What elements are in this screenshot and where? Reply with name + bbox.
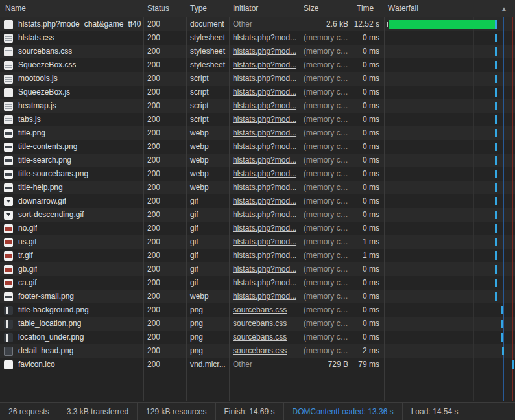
request-name[interactable]: tr.gif — [0, 249, 143, 262]
request-row[interactable]: title-sourcebans.png200webphlstats.php?m… — [0, 167, 515, 181]
request-name[interactable]: title-search.png — [0, 154, 143, 167]
waterfall-cell[interactable] — [384, 86, 515, 99]
request-initiator-link[interactable]: hlstats.php?mod... — [229, 86, 300, 99]
request-name[interactable]: detail_head.png — [0, 344, 143, 358]
waterfall-cell[interactable] — [384, 18, 515, 31]
request-row[interactable]: title-background.png200pngsourcebans.css… — [0, 303, 515, 317]
request-initiator-link[interactable]: hlstats.php?mod... — [229, 45, 300, 58]
request-initiator-link[interactable]: sourcebans.css — [229, 303, 300, 317]
request-initiator-link[interactable]: hlstats.php?mod... — [229, 222, 300, 235]
request-row[interactable]: title-search.png200webphlstats.php?mod..… — [0, 154, 515, 167]
request-row[interactable]: table_location.png200pngsourcebans.css(m… — [0, 317, 515, 331]
waterfall-cell[interactable] — [384, 331, 515, 344]
waterfall-cell[interactable] — [384, 249, 515, 262]
column-header-name[interactable]: Name — [0, 0, 143, 17]
request-initiator-link[interactable]: hlstats.php?mod... — [229, 290, 300, 303]
waterfall-cell[interactable] — [384, 358, 515, 371]
column-separator[interactable] — [300, 0, 300, 401]
request-name[interactable]: heatmap.js — [0, 99, 143, 113]
column-header-time[interactable]: Time — [353, 0, 384, 17]
waterfall-cell[interactable] — [384, 31, 515, 45]
request-name[interactable]: hlstats.php?mode=chat&game=tf40 — [0, 18, 143, 31]
request-name[interactable]: title-sourcebans.png — [0, 167, 143, 181]
request-initiator-link[interactable]: hlstats.php?mod... — [229, 208, 300, 222]
request-initiator-link[interactable]: hlstats.php?mod... — [229, 140, 300, 154]
request-name[interactable]: title-help.png — [0, 181, 143, 194]
waterfall-cell[interactable] — [384, 222, 515, 235]
column-header-waterfall[interactable]: Waterfall ▲ — [384, 0, 515, 17]
request-name[interactable]: footer-small.png — [0, 290, 143, 303]
waterfall-cell[interactable] — [384, 154, 515, 167]
request-initiator-link[interactable]: sourcebans.css — [229, 317, 300, 331]
column-separator[interactable] — [229, 0, 230, 401]
waterfall-cell[interactable] — [384, 344, 515, 358]
request-row[interactable]: SqueezeBox.js200scripthlstats.php?mod...… — [0, 86, 515, 99]
request-row[interactable]: title.png200webphlstats.php?mod...(memor… — [0, 126, 515, 140]
waterfall-cell[interactable] — [384, 58, 515, 72]
waterfall-cell[interactable] — [384, 303, 515, 317]
waterfall-cell[interactable] — [384, 276, 515, 290]
waterfall-cell[interactable] — [384, 235, 515, 249]
request-name[interactable]: title-contents.png — [0, 140, 143, 154]
request-row[interactable]: detail_head.png200pngsourcebans.css(memo… — [0, 344, 515, 358]
request-row[interactable]: heatmap.js200scripthlstats.php?mod...(me… — [0, 99, 515, 113]
request-initiator-link[interactable]: hlstats.php?mod... — [229, 113, 300, 126]
request-initiator-link[interactable]: hlstats.php?mod... — [229, 262, 300, 276]
request-row[interactable]: mootools.js200scripthlstats.php?mod...(m… — [0, 72, 515, 86]
column-header-status[interactable]: Status — [143, 0, 186, 17]
request-row[interactable]: sourcebans.css200stylesheethlstats.php?m… — [0, 45, 515, 58]
request-row[interactable]: SqueezeBox.css200stylesheethlstats.php?m… — [0, 58, 515, 72]
request-initiator-link[interactable]: hlstats.php?mod... — [229, 167, 300, 181]
waterfall-cell[interactable] — [384, 167, 515, 181]
request-initiator-link[interactable]: hlstats.php?mod... — [229, 126, 300, 140]
request-name[interactable]: title.png — [0, 126, 143, 140]
request-row[interactable]: hlstats.php?mode=chat&game=tf40200docume… — [0, 18, 515, 31]
request-row[interactable]: us.gif200gifhlstats.php?mod...(memory ca… — [0, 235, 515, 249]
waterfall-cell[interactable] — [384, 126, 515, 140]
request-initiator-link[interactable]: hlstats.php?mod... — [229, 181, 300, 194]
request-initiator-link[interactable]: sourcebans.css — [229, 344, 300, 358]
request-row[interactable]: title-contents.png200webphlstats.php?mod… — [0, 140, 515, 154]
waterfall-cell[interactable] — [384, 113, 515, 126]
request-row[interactable]: no.gif200gifhlstats.php?mod...(memory ca… — [0, 222, 515, 235]
column-header-type[interactable]: Type — [186, 0, 229, 17]
request-row[interactable]: location_under.png200pngsourcebans.css(m… — [0, 331, 515, 344]
column-separator[interactable] — [384, 0, 385, 401]
request-name[interactable]: table_location.png — [0, 317, 143, 331]
request-row[interactable]: favicon.ico200vnd.micr...Other729 B79 ms — [0, 358, 515, 371]
request-name[interactable]: downarrow.gif — [0, 194, 143, 208]
request-initiator-link[interactable]: hlstats.php?mod... — [229, 99, 300, 113]
request-initiator-link[interactable]: hlstats.php?mod... — [229, 249, 300, 262]
request-row[interactable]: tr.gif200gifhlstats.php?mod...(memory ca… — [0, 249, 515, 262]
request-initiator-link[interactable]: hlstats.php?mod... — [229, 276, 300, 290]
request-initiator-link[interactable]: sourcebans.css — [229, 331, 300, 344]
request-name[interactable]: sourcebans.css — [0, 45, 143, 58]
waterfall-cell[interactable] — [384, 262, 515, 276]
request-name[interactable]: location_under.png — [0, 331, 143, 344]
request-row[interactable]: footer-small.png200webphlstats.php?mod..… — [0, 290, 515, 303]
column-separator[interactable] — [353, 0, 353, 401]
request-name[interactable]: gb.gif — [0, 262, 143, 276]
request-row[interactable]: downarrow.gif200gifhlstats.php?mod...(me… — [0, 194, 515, 208]
waterfall-cell[interactable] — [384, 317, 515, 331]
column-separator[interactable] — [186, 0, 187, 401]
waterfall-cell[interactable] — [384, 140, 515, 154]
request-row[interactable]: gb.gif200gifhlstats.php?mod...(memory ca… — [0, 262, 515, 276]
request-name[interactable]: us.gif — [0, 235, 143, 249]
request-initiator-link[interactable]: hlstats.php?mod... — [229, 58, 300, 72]
request-initiator-link[interactable]: hlstats.php?mod... — [229, 194, 300, 208]
request-name[interactable]: hlstats.css — [0, 31, 143, 45]
request-row[interactable]: tabs.js200scripthlstats.php?mod...(memor… — [0, 113, 515, 126]
sort-ascending-icon[interactable]: ▲ — [501, 0, 507, 17]
request-initiator-link[interactable]: hlstats.php?mod... — [229, 72, 300, 86]
request-name[interactable]: SqueezeBox.js — [0, 86, 143, 99]
column-separator[interactable] — [143, 0, 144, 401]
waterfall-cell[interactable] — [384, 45, 515, 58]
waterfall-cell[interactable] — [384, 208, 515, 222]
waterfall-cell[interactable] — [384, 194, 515, 208]
waterfall-cell[interactable] — [384, 72, 515, 86]
request-row[interactable]: title-help.png200webphlstats.php?mod...(… — [0, 181, 515, 194]
column-header-initiator[interactable]: Initiator — [229, 0, 300, 17]
request-name[interactable]: title-background.png — [0, 303, 143, 317]
waterfall-cell[interactable] — [384, 99, 515, 113]
